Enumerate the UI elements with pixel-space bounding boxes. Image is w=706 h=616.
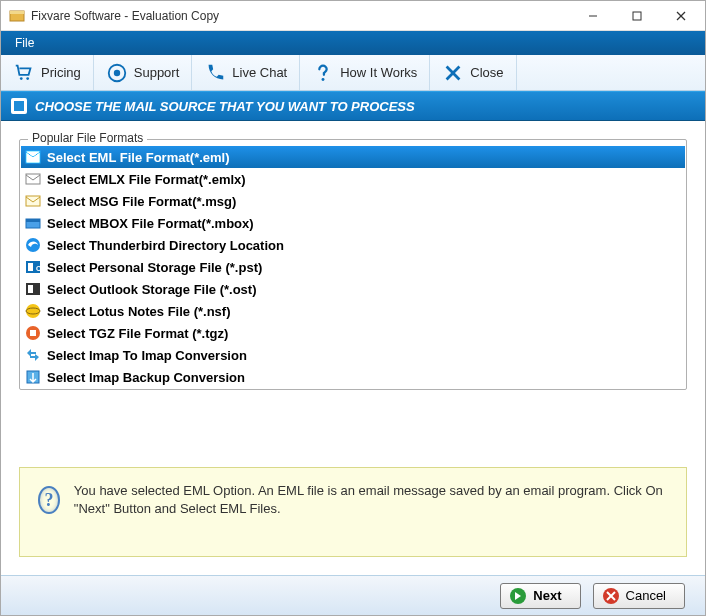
svg-rect-18 [26,219,40,222]
format-item-label: Select Imap Backup Conversion [47,370,245,385]
app-icon [9,8,25,24]
svg-rect-21 [28,263,33,271]
question-icon [312,62,334,84]
format-item[interactable]: Select Imap Backup Conversion [21,366,685,388]
svg-rect-1 [10,11,24,14]
toolbar: Pricing Support Live Chat How It Works C… [1,55,705,91]
format-list: Select EML File Format(*.eml)Select EMLX… [21,146,685,388]
pst-icon: O [25,259,41,275]
format-item[interactable]: Select Thunderbird Directory Location [21,234,685,256]
format-item[interactable]: Select MBOX File Format(*.mbox) [21,212,685,234]
headset-icon [106,62,128,84]
format-item[interactable]: Select EMLX File Format(*.emlx) [21,168,685,190]
svg-point-9 [114,69,120,75]
phone-icon [204,62,226,84]
tgz-icon [25,325,41,341]
format-item[interactable]: Select Outlook Storage File (*.ost) [21,278,685,300]
cancel-icon [602,587,620,605]
msg-icon [25,193,41,209]
format-item-label: Select Outlook Storage File (*.ost) [47,282,256,297]
svg-rect-3 [633,12,641,20]
menu-file[interactable]: File [7,33,42,53]
pricing-label: Pricing [41,65,81,80]
format-item-label: Select EMLX File Format(*.emlx) [47,172,246,187]
imapbackup-icon [25,369,41,385]
svg-rect-24 [28,285,33,293]
info-box: ? You have selected EML Option. An EML f… [19,467,687,557]
mbox-icon [25,215,41,231]
svg-rect-16 [26,196,40,206]
menubar: File [1,31,705,55]
window-title: Fixvare Software - Evaluation Copy [31,9,571,23]
nsf-icon [25,303,41,319]
format-item-label: Select Imap To Imap Conversion [47,348,247,363]
section-header: CHOOSE THE MAIL SOURCE THAT YOU WANT TO … [1,91,705,121]
svg-point-10 [322,77,325,80]
thunderbird-icon [25,237,41,253]
window-controls [571,2,703,30]
arrow-right-icon [509,587,527,605]
titlebar: Fixvare Software - Evaluation Copy [1,1,705,31]
live-chat-label: Live Chat [232,65,287,80]
support-label: Support [134,65,180,80]
page-icon [11,98,27,114]
format-item[interactable]: Select Imap To Imap Conversion [21,344,685,366]
format-item[interactable]: Select EML File Format(*.eml) [21,146,685,168]
format-item[interactable]: Select TGZ File Format (*.tgz) [21,322,685,344]
app-window: Fixvare Software - Evaluation Copy File … [0,0,706,616]
how-it-works-label: How It Works [340,65,417,80]
content-area: Popular File Formats Select EML File For… [1,121,705,575]
svg-text:O: O [36,265,41,272]
maximize-button[interactable] [615,2,659,30]
formats-groupbox: Popular File Formats Select EML File For… [19,139,687,390]
format-item-label: Select Lotus Notes File (*.nsf) [47,304,230,319]
close-icon [442,62,464,84]
imap-icon [25,347,41,363]
format-item-label: Select Personal Storage File (*.pst) [47,260,262,275]
cancel-label: Cancel [626,588,666,603]
emlx-icon [25,171,41,187]
svg-rect-15 [26,174,40,184]
info-icon: ? [38,486,60,514]
next-button[interactable]: Next [500,583,580,609]
format-item[interactable]: Select Lotus Notes File (*.nsf) [21,300,685,322]
section-title: CHOOSE THE MAIL SOURCE THAT YOU WANT TO … [35,99,415,114]
svg-rect-13 [14,101,24,111]
format-item[interactable]: Select MSG File Format(*.msg) [21,190,685,212]
svg-point-7 [26,77,29,80]
minimize-button[interactable] [571,2,615,30]
how-it-works-button[interactable]: How It Works [300,55,430,90]
groupbox-legend: Popular File Formats [28,131,147,145]
info-text: You have selected EML Option. An EML fil… [74,482,668,518]
format-item[interactable]: OSelect Personal Storage File (*.pst) [21,256,685,278]
close-label: Close [470,65,503,80]
close-button[interactable]: Close [430,55,516,90]
support-button[interactable]: Support [94,55,193,90]
pricing-button[interactable]: Pricing [1,55,94,90]
eml-icon [25,149,41,165]
next-label: Next [533,588,561,603]
svg-rect-28 [30,330,36,336]
format-item-label: Select Thunderbird Directory Location [47,238,284,253]
svg-point-25 [26,304,40,318]
cart-icon [13,62,35,84]
button-bar: Next Cancel [1,575,705,615]
close-window-button[interactable] [659,2,703,30]
cancel-button[interactable]: Cancel [593,583,685,609]
live-chat-button[interactable]: Live Chat [192,55,300,90]
format-item-label: Select MBOX File Format(*.mbox) [47,216,254,231]
format-item-label: Select MSG File Format(*.msg) [47,194,236,209]
svg-point-6 [20,77,23,80]
ost-icon [25,281,41,297]
format-item-label: Select TGZ File Format (*.tgz) [47,326,228,341]
format-item-label: Select EML File Format(*.eml) [47,150,230,165]
